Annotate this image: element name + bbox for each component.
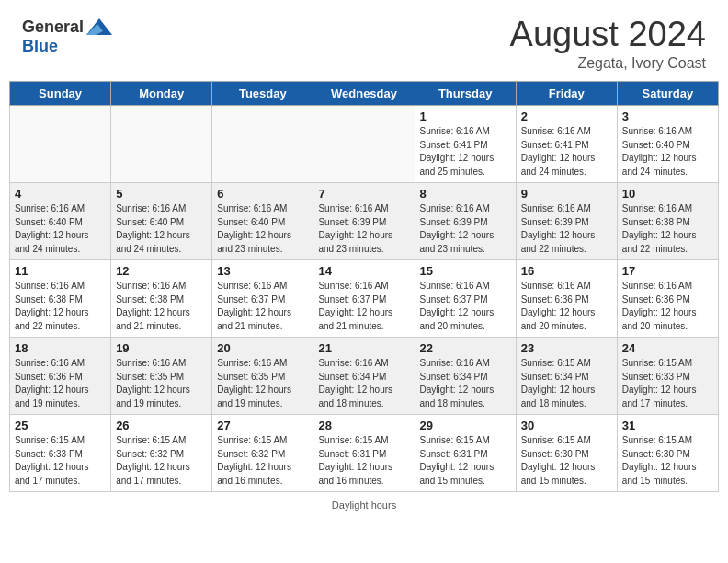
calendar-week-row: 1Sunrise: 6:16 AMSunset: 6:41 PMDaylight…	[10, 106, 719, 183]
date-number: 20	[217, 341, 308, 355]
date-number: 1	[420, 109, 511, 123]
date-number: 8	[420, 187, 511, 201]
cell-content: Sunrise: 6:16 AMSunset: 6:41 PMDaylight:…	[420, 125, 511, 178]
date-number: 23	[521, 341, 612, 355]
calendar-week-row: 11Sunrise: 6:16 AMSunset: 6:38 PMDayligh…	[10, 260, 719, 338]
table-row	[10, 106, 111, 183]
table-row: 8Sunrise: 6:16 AMSunset: 6:39 PMDaylight…	[415, 183, 516, 260]
table-row: 3Sunrise: 6:16 AMSunset: 6:40 PMDaylight…	[617, 106, 718, 183]
table-row: 14Sunrise: 6:16 AMSunset: 6:37 PMDayligh…	[313, 260, 415, 338]
table-row: 9Sunrise: 6:16 AMSunset: 6:39 PMDaylight…	[516, 183, 617, 260]
date-number: 15	[420, 264, 511, 278]
calendar-week-row: 18Sunrise: 6:16 AMSunset: 6:36 PMDayligh…	[10, 338, 719, 415]
table-row: 21Sunrise: 6:16 AMSunset: 6:34 PMDayligh…	[313, 338, 415, 415]
month-year: August 2024	[510, 17, 706, 52]
table-row: 10Sunrise: 6:16 AMSunset: 6:38 PMDayligh…	[617, 183, 718, 260]
cell-content: Sunrise: 6:15 AMSunset: 6:30 PMDaylight:…	[521, 434, 612, 488]
date-number: 25	[15, 419, 106, 432]
logo-icon	[86, 17, 112, 37]
logo-text-general: General	[22, 17, 84, 37]
cell-content: Sunrise: 6:15 AMSunset: 6:34 PMDaylight:…	[521, 357, 612, 410]
table-row: 28Sunrise: 6:15 AMSunset: 6:31 PMDayligh…	[313, 415, 415, 492]
cell-content: Sunrise: 6:16 AMSunset: 6:36 PMDaylight:…	[622, 280, 713, 333]
col-thursday: Thursday	[415, 82, 516, 106]
calendar-week-row: 25Sunrise: 6:15 AMSunset: 6:33 PMDayligh…	[10, 415, 719, 492]
table-row	[313, 106, 415, 183]
cell-content: Sunrise: 6:16 AMSunset: 6:35 PMDaylight:…	[217, 357, 308, 410]
date-number: 9	[521, 187, 612, 201]
date-number: 28	[318, 419, 409, 432]
date-number: 10	[622, 187, 713, 201]
table-row: 15Sunrise: 6:16 AMSunset: 6:37 PMDayligh…	[415, 260, 516, 338]
daylight-label: Daylight hours	[332, 500, 396, 511]
cell-content: Sunrise: 6:16 AMSunset: 6:40 PMDaylight:…	[15, 202, 106, 256]
date-number: 4	[15, 187, 106, 201]
date-number: 31	[622, 419, 713, 432]
table-row: 5Sunrise: 6:16 AMSunset: 6:40 PMDaylight…	[111, 183, 212, 260]
cell-content: Sunrise: 6:16 AMSunset: 6:37 PMDaylight:…	[318, 280, 409, 333]
date-number: 26	[116, 419, 207, 432]
date-number: 6	[217, 187, 308, 201]
table-row: 20Sunrise: 6:16 AMSunset: 6:35 PMDayligh…	[212, 338, 313, 415]
table-row: 1Sunrise: 6:16 AMSunset: 6:41 PMDaylight…	[415, 106, 516, 183]
table-row: 26Sunrise: 6:15 AMSunset: 6:32 PMDayligh…	[111, 415, 212, 492]
table-row	[111, 106, 212, 183]
cell-content: Sunrise: 6:15 AMSunset: 6:32 PMDaylight:…	[116, 434, 207, 488]
table-row: 25Sunrise: 6:15 AMSunset: 6:33 PMDayligh…	[10, 415, 111, 492]
cell-content: Sunrise: 6:16 AMSunset: 6:41 PMDaylight:…	[521, 125, 612, 178]
date-number: 17	[622, 264, 713, 278]
table-row	[212, 106, 313, 183]
date-number: 3	[622, 109, 713, 123]
table-row: 19Sunrise: 6:16 AMSunset: 6:35 PMDayligh…	[111, 338, 212, 415]
date-number: 12	[116, 264, 207, 278]
date-number: 7	[318, 187, 409, 201]
cell-content: Sunrise: 6:16 AMSunset: 6:39 PMDaylight:…	[318, 202, 409, 256]
date-number: 27	[217, 419, 308, 432]
calendar-header-row: Sunday Monday Tuesday Wednesday Thursday…	[10, 82, 719, 106]
table-row: 12Sunrise: 6:16 AMSunset: 6:38 PMDayligh…	[111, 260, 212, 338]
calendar-table: Sunday Monday Tuesday Wednesday Thursday…	[9, 81, 719, 492]
table-row: 17Sunrise: 6:16 AMSunset: 6:36 PMDayligh…	[617, 260, 718, 338]
date-number: 18	[15, 341, 106, 355]
cell-content: Sunrise: 6:15 AMSunset: 6:30 PMDaylight:…	[622, 434, 713, 488]
date-number: 11	[15, 264, 106, 278]
col-monday: Monday	[111, 82, 212, 106]
table-row: 16Sunrise: 6:16 AMSunset: 6:36 PMDayligh…	[516, 260, 617, 338]
table-row: 2Sunrise: 6:16 AMSunset: 6:41 PMDaylight…	[516, 106, 617, 183]
cell-content: Sunrise: 6:16 AMSunset: 6:38 PMDaylight:…	[622, 202, 713, 256]
cell-content: Sunrise: 6:15 AMSunset: 6:31 PMDaylight:…	[420, 434, 511, 488]
date-number: 5	[116, 187, 207, 201]
cell-content: Sunrise: 6:16 AMSunset: 6:38 PMDaylight:…	[15, 280, 106, 333]
cell-content: Sunrise: 6:16 AMSunset: 6:40 PMDaylight:…	[217, 202, 308, 256]
table-row: 11Sunrise: 6:16 AMSunset: 6:38 PMDayligh…	[10, 260, 111, 338]
table-row: 7Sunrise: 6:16 AMSunset: 6:39 PMDaylight…	[313, 183, 415, 260]
cell-content: Sunrise: 6:16 AMSunset: 6:35 PMDaylight:…	[116, 357, 207, 410]
table-row: 4Sunrise: 6:16 AMSunset: 6:40 PMDaylight…	[10, 183, 111, 260]
cell-content: Sunrise: 6:16 AMSunset: 6:34 PMDaylight:…	[318, 357, 409, 410]
logo: GeneralBlue	[22, 17, 112, 56]
date-number: 13	[217, 264, 308, 278]
location: Zegata, Ivory Coast	[510, 55, 706, 72]
title-section: August 2024 Zegata, Ivory Coast	[510, 17, 706, 72]
table-row: 13Sunrise: 6:16 AMSunset: 6:37 PMDayligh…	[212, 260, 313, 338]
cell-content: Sunrise: 6:16 AMSunset: 6:36 PMDaylight:…	[15, 357, 106, 410]
page-container: GeneralBlue August 2024 Zegata, Ivory Co…	[0, 0, 728, 512]
cell-content: Sunrise: 6:15 AMSunset: 6:32 PMDaylight:…	[217, 434, 308, 488]
col-sunday: Sunday	[10, 82, 111, 106]
col-saturday: Saturday	[617, 82, 718, 106]
cell-content: Sunrise: 6:16 AMSunset: 6:40 PMDaylight:…	[116, 202, 207, 256]
calendar-week-row: 4Sunrise: 6:16 AMSunset: 6:40 PMDaylight…	[10, 183, 719, 260]
cell-content: Sunrise: 6:15 AMSunset: 6:31 PMDaylight:…	[318, 434, 409, 488]
cell-content: Sunrise: 6:15 AMSunset: 6:33 PMDaylight:…	[622, 357, 713, 410]
table-row: 30Sunrise: 6:15 AMSunset: 6:30 PMDayligh…	[516, 415, 617, 492]
date-number: 19	[116, 341, 207, 355]
footer: Daylight hours	[0, 498, 728, 512]
table-row: 22Sunrise: 6:16 AMSunset: 6:34 PMDayligh…	[415, 338, 516, 415]
table-row: 6Sunrise: 6:16 AMSunset: 6:40 PMDaylight…	[212, 183, 313, 260]
table-row: 27Sunrise: 6:15 AMSunset: 6:32 PMDayligh…	[212, 415, 313, 492]
table-row: 31Sunrise: 6:15 AMSunset: 6:30 PMDayligh…	[617, 415, 718, 492]
date-number: 24	[622, 341, 713, 355]
date-number: 21	[318, 341, 409, 355]
cell-content: Sunrise: 6:16 AMSunset: 6:40 PMDaylight:…	[622, 125, 713, 178]
cell-content: Sunrise: 6:15 AMSunset: 6:33 PMDaylight:…	[15, 434, 106, 488]
